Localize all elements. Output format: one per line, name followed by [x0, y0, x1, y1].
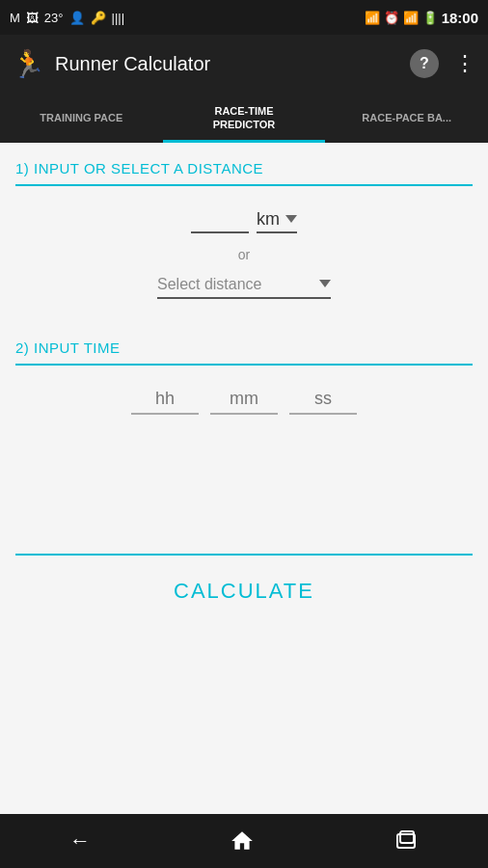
menu-button[interactable]: ⋮	[454, 51, 476, 76]
unit-label: km	[257, 209, 280, 230]
app-bar-left: 🏃 Runner Calculator	[12, 48, 210, 80]
home-button[interactable]	[230, 828, 255, 854]
app-title: Runner Calculator	[55, 53, 210, 75]
seconds-field	[289, 389, 357, 415]
time-display: 18:00	[442, 10, 478, 26]
status-icon-person: 👤	[69, 11, 85, 25]
select-distance-arrow	[319, 280, 331, 287]
home-icon	[230, 828, 255, 854]
recent-apps-icon	[393, 829, 419, 853]
status-icon-m: M	[10, 11, 20, 25]
section2-title: 2) INPUT TIME	[15, 339, 473, 356]
distance-input-row: km	[191, 209, 297, 233]
distance-input-field[interactable]	[191, 209, 249, 233]
section2-header: 2) INPUT TIME	[0, 322, 488, 364]
status-icon-photo: 🖼	[26, 11, 39, 25]
section1-title: 1) INPUT OR SELECT A DISTANCE	[15, 160, 473, 176]
bluetooth-icon: 📶	[365, 11, 380, 25]
tab-bar: TRAINING PACE RACE-TIMEPREDICTOR RACE-PA…	[0, 93, 488, 143]
tab-training-pace[interactable]: TRAINING PACE	[0, 93, 163, 143]
time-inputs-row	[0, 366, 488, 438]
or-text: or	[238, 247, 250, 262]
minutes-input[interactable]	[210, 389, 278, 415]
hours-input[interactable]	[131, 389, 199, 415]
tab-race-pace-bar[interactable]: RACE-PACE BA...	[325, 93, 488, 143]
svg-rect-1	[400, 831, 414, 843]
hours-field	[131, 389, 199, 415]
unit-dropdown[interactable]: km	[257, 209, 297, 233]
signal-bars: 📶	[403, 11, 419, 25]
minutes-field	[210, 389, 278, 415]
back-button[interactable]	[69, 828, 91, 854]
distance-area: km or Select distance	[0, 186, 488, 307]
alarm-icon: ⏰	[384, 11, 399, 25]
tab-race-time-predictor[interactable]: RACE-TIMEPREDICTOR	[163, 93, 326, 143]
select-distance-dropdown[interactable]: Select distance	[157, 276, 331, 299]
status-icon-key: 🔑	[91, 11, 106, 25]
unit-dropdown-arrow	[285, 215, 297, 223]
seconds-input[interactable]	[289, 389, 357, 415]
select-distance-label: Select distance	[157, 276, 312, 293]
status-temp: 23°	[44, 11, 64, 25]
status-left-icons: M 🖼 23° 👤 🔑 ||||	[10, 11, 124, 25]
status-right-icons: 📶 ⏰ 📶 🔋 18:00	[365, 10, 478, 26]
main-content: 1) INPUT OR SELECT A DISTANCE km or Sele…	[0, 143, 488, 814]
runner-icon: 🏃	[12, 48, 45, 80]
recent-apps-button[interactable]	[393, 829, 419, 853]
section1-header: 1) INPUT OR SELECT A DISTANCE	[0, 143, 488, 184]
calculate-button[interactable]: CALCULATE	[174, 579, 314, 604]
status-icon-signal: ||||	[112, 11, 125, 25]
nav-bar	[0, 814, 488, 868]
app-bar: 🏃 Runner Calculator ? ⋮	[0, 35, 488, 93]
help-button[interactable]: ?	[410, 49, 439, 78]
calculate-button-area: CALCULATE	[0, 556, 488, 627]
app-bar-right: ? ⋮	[410, 49, 476, 78]
section2: 2) INPUT TIME	[0, 307, 488, 438]
status-bar: M 🖼 23° 👤 🔑 |||| 📶 ⏰ 📶 🔋 18:00	[0, 0, 488, 35]
battery-icon: 🔋	[422, 11, 438, 25]
